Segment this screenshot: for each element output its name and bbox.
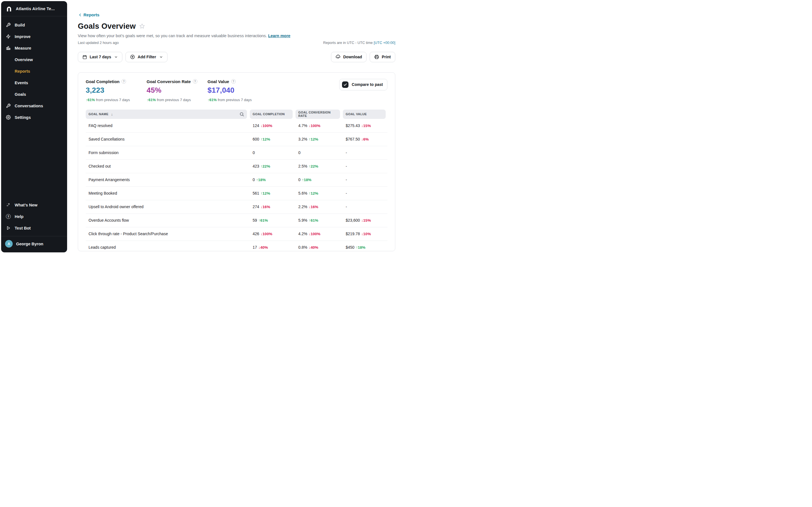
table-row[interactable]: Leads captured17↓40%0.8%↓40%$450↑18% [86, 240, 388, 251]
sidebar-item-overview[interactable]: Overview [1, 54, 67, 65]
delta-up-badge: ↑12% [260, 137, 270, 142]
goals-report-card: Goal Completion ? 3,223 ↑61% from previo… [78, 72, 395, 251]
stat-value: 45% [147, 86, 207, 95]
stat-delta: ↑61% from previous 7 days [147, 98, 207, 102]
calendar-icon [82, 55, 87, 59]
date-range-button[interactable]: Last 7 days [78, 52, 122, 62]
sidebar-item-label: Measure [15, 46, 31, 50]
table-row[interactable]: Upsell to Android owner offered274↓16%2.… [86, 200, 388, 214]
delta-down-badge: ↓40% [309, 245, 318, 249]
download-cloud-icon [336, 54, 341, 59]
goal-name-cell: Form submission [86, 151, 247, 155]
sidebar-item-conversations[interactable]: Conversations [1, 100, 67, 112]
column-header-goal-completion[interactable]: GOAL COMPLETION [250, 110, 293, 119]
stat-label: Goal Value [207, 79, 229, 84]
sidebar-item-label: Settings [15, 115, 31, 120]
conversations-icon [6, 103, 11, 108]
toolbar: Last 7 days Add Filter Download Print [78, 52, 395, 62]
goal-conversion-cell: 0.8%↓40% [296, 245, 340, 249]
team-name: Atlantis Airline Te... [16, 6, 55, 11]
delta-up-badge: ↑22% [309, 164, 318, 168]
sidebar-item-test-bot[interactable]: Test Bot [1, 222, 67, 234]
sidebar-item-label: Events [15, 80, 28, 85]
sidebar-item-events[interactable]: Events [1, 77, 67, 89]
sidebar-item-measure[interactable]: Measure [1, 42, 67, 54]
breadcrumb[interactable]: Reports [78, 12, 100, 17]
delta-down-badge: ↓15% [361, 124, 371, 128]
table-row[interactable]: Meeting Booked561↑12%5.6%↑12%- [86, 186, 388, 200]
sort-desc-icon: ↓ [111, 112, 113, 116]
goal-value-cell: - [343, 191, 386, 195]
sidebar-item-goals[interactable]: Goals [1, 89, 67, 100]
print-button[interactable]: Print [370, 52, 395, 62]
goal-value-cell: $23,600↓15% [343, 218, 386, 223]
delta-down-badge: ↓100% [309, 124, 320, 128]
lightning-icon [6, 34, 11, 39]
stat-label: Goal Conversion Rate [147, 79, 191, 84]
goal-value-cell: $767.50↓6% [343, 137, 386, 142]
page-description: View how often your bot’s goals were met… [78, 34, 395, 38]
goal-conversion-cell: 4.7%↓100% [296, 123, 340, 128]
table-row[interactable]: Checked out423↑22%2.5%↑22%- [86, 159, 388, 173]
user-menu[interactable]: A George Byron [1, 236, 67, 251]
table-row[interactable]: Overdue Accounts flow59↑61%5.9%↑61%$23,6… [86, 214, 388, 227]
sidebar-nav: Build Improve Measure Overview Reports [1, 16, 67, 123]
sidebar-item-help[interactable]: ? Help [1, 211, 67, 222]
sidebar-item-settings[interactable]: Settings [1, 112, 67, 123]
download-button[interactable]: Download [331, 52, 366, 62]
info-tooltip-icon[interactable]: ? [121, 79, 126, 83]
timezone-link[interactable]: [UTC +00:00] [374, 41, 395, 45]
sidebar-spacer [1, 123, 67, 199]
column-header-goal-value[interactable]: GOAL VALUE [343, 110, 386, 119]
info-tooltip-icon[interactable]: ? [231, 79, 236, 83]
stat-value: $17,040 [207, 86, 268, 95]
table-row[interactable]: Saved Cancellations600↑12%3.2%↑12%$767.5… [86, 132, 388, 146]
table-row[interactable]: FAQ resolved124↓100%4.7%↓100%$275.43↓15% [86, 119, 388, 132]
delta-up-badge: ↑18% [256, 178, 266, 182]
stat-goal-value: Goal Value ? $17,040 ↑61% from previous … [207, 79, 268, 102]
timezone-note: Reports are in UTC - UTC time [UTC +00:0… [323, 41, 395, 45]
table-row[interactable]: Click through rate - Product Search/Purc… [86, 227, 388, 240]
delta-up-badge: ↑12% [260, 191, 270, 195]
main-content: Reports Goals Overview View how often yo… [67, 0, 406, 253]
sidebar-item-whats-new[interactable]: What’s New [1, 199, 67, 211]
delta-down-badge: ↓16% [309, 205, 318, 209]
filter-icon [130, 54, 135, 59]
help-circle-icon: ? [6, 214, 11, 219]
delta-down-badge: ↓100% [260, 124, 272, 128]
sidebar-item-label: Conversations [15, 104, 43, 108]
chevron-down-icon [114, 55, 118, 59]
page-title: Goals Overview [78, 22, 136, 31]
table-row[interactable]: Form submission00- [86, 146, 388, 159]
chevron-down-icon [159, 55, 163, 59]
goal-value-cell: $275.43↓15% [343, 123, 386, 128]
delta-down-badge: ↓100% [309, 232, 320, 236]
table-row[interactable]: Payment Arrangements0↑18%0↑18%- [86, 173, 388, 186]
wrench-icon [6, 22, 11, 27]
compare-to-past-toggle[interactable]: Compare to past [339, 79, 388, 91]
goal-conversion-cell: 3.2%↑12% [296, 137, 340, 142]
delta-up-badge: ↑18% [356, 245, 365, 249]
delta-up-badge: ↑22% [260, 164, 270, 168]
goal-name-cell: FAQ resolved [86, 123, 247, 128]
column-header-goal-name[interactable]: GOAL NAME ↓ [86, 110, 247, 119]
info-tooltip-icon[interactable]: ? [193, 79, 197, 83]
sidebar-item-improve[interactable]: Improve [1, 31, 67, 42]
add-filter-button[interactable]: Add Filter [125, 52, 167, 62]
favorite-star-icon[interactable] [139, 23, 145, 29]
bar-chart-icon [6, 46, 11, 50]
column-header-goal-conversion-rate[interactable]: GOAL CONVERSION RATE [296, 110, 340, 119]
learn-more-link[interactable]: Learn more [268, 34, 290, 38]
delta-up-badge: ↑61% [259, 218, 268, 223]
gear-icon [6, 115, 11, 120]
checkbox-checked-icon [342, 81, 349, 88]
sidebar-item-reports[interactable]: Reports [1, 65, 67, 77]
sidebar-item-label: Improve [15, 34, 31, 39]
app-window: Atlantis Airline Te... Build Improve Mea… [0, 0, 406, 253]
team-switcher[interactable]: Atlantis Airline Te... [1, 1, 67, 16]
last-updated: Last updated 2 hours ago [78, 41, 119, 45]
sidebar-item-build[interactable]: Build [1, 19, 67, 31]
search-icon[interactable] [239, 112, 244, 117]
goal-value-cell: $219.78↓10% [343, 231, 386, 236]
goal-conversion-cell: 5.9%↑61% [296, 218, 340, 223]
